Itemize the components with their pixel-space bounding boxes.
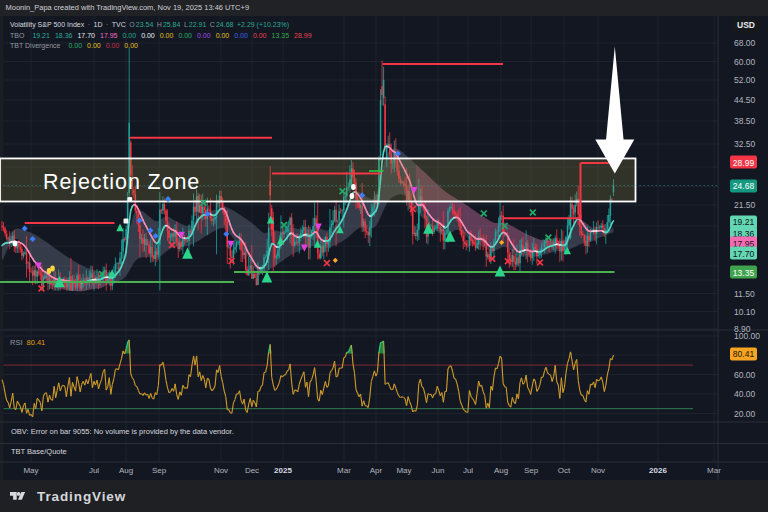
tradingview-wordmark: TradingView: [37, 489, 126, 504]
tbt-divergence-value-2: 0.00: [106, 42, 120, 49]
tbt-divergence-value-1: 0.00: [87, 42, 101, 49]
separator-dot: ·: [106, 21, 108, 28]
time-tick-Jul: Jul: [463, 466, 473, 475]
currency-toggle-button[interactable]: USD: [732, 18, 760, 33]
price-tick-11.50: 11.50: [718, 289, 762, 299]
tbo-value-6: 0.00: [160, 32, 174, 39]
price-axis[interactable]: 68.0060.0052.0044.5038.5032.5021.5011.50…: [718, 16, 768, 462]
tbo-value-7: 0.00: [178, 32, 192, 39]
price-tick-68.00: 68.00: [718, 38, 762, 48]
time-tick-Aug: Aug: [494, 466, 508, 475]
price-tick-32.50: 32.50: [718, 139, 762, 149]
price-tick-52.00: 52.00: [718, 75, 762, 85]
time-tick-Sep: Sep: [524, 466, 538, 475]
exchange: TVC: [112, 21, 126, 28]
price-badge-80.41: 80.41: [730, 347, 757, 360]
timeframe[interactable]: 1D: [94, 21, 103, 28]
time-tick-Mar: Mar: [707, 466, 721, 475]
time-tick-2026: 2026: [649, 466, 667, 475]
rejection-zone-label: Rejection Zone: [43, 170, 200, 195]
rsi-line: [169, 392, 171, 393]
rsi-label-text[interactable]: RSI: [10, 338, 23, 347]
tbo-value-1: 18.36: [55, 32, 73, 39]
tbo-indicator-row[interactable]: TBO 19.2118.3617.7017.950.000.000.000.00…: [10, 30, 317, 41]
symbol-legend-row[interactable]: Volatility S&P 500 Index · 1D · TVC O 23…: [10, 19, 317, 30]
rsi-line: [598, 380, 600, 381]
tbt-divergence-value-3: 0.00: [124, 42, 138, 49]
tbt-divergence-value-0: 0.00: [68, 42, 82, 49]
time-tick-2025: 2025: [274, 466, 292, 475]
marker-square: [124, 218, 129, 223]
tbo-value-5: 0.00: [141, 32, 155, 39]
price-tick-38.50: 38.50: [718, 116, 762, 126]
price-tick-44.50: 44.50: [718, 95, 762, 105]
tbo-value-11: 0.00: [253, 32, 267, 39]
separator-dot: ·: [88, 21, 90, 28]
rsi-line: [505, 387, 507, 388]
tbo-value-2: 17.70: [77, 32, 95, 39]
time-tick-Sep: Sep: [152, 466, 166, 475]
price-tick-60.00: 60.00: [718, 57, 762, 67]
marker-circle: [351, 184, 356, 190]
high-value: 25.84: [163, 21, 181, 28]
rsi-line: [402, 397, 404, 398]
time-tick-Aug: Aug: [119, 466, 133, 475]
marker-circle: [13, 241, 18, 247]
tradingview-chart-screenshot: Moonin_Papa created with TradingView.com…: [0, 0, 768, 512]
rsi-line: [336, 376, 338, 377]
rsi-line: [115, 369, 117, 370]
low-label: L: [184, 21, 188, 28]
marker-circle: [350, 193, 355, 199]
price-tick-40.00: 40.00: [718, 389, 762, 399]
tbo-value-0: 19.21: [32, 32, 50, 39]
price-tick-60.00: 60.00: [718, 370, 762, 380]
time-tick-Jul: Jul: [89, 466, 99, 475]
open-value: 23.54: [136, 21, 154, 28]
marker-square: [127, 197, 132, 202]
tbt-divergence-label[interactable]: TBT Divergence: [10, 42, 60, 49]
tbo-value-8: 0.00: [197, 32, 211, 39]
time-axis[interactable]: MayJulAugSepNovDec2025MarAprMayJunJulAug…: [0, 462, 768, 480]
price-tick-10.10: 10.10: [718, 307, 762, 317]
tradingview-logo-icon: [10, 492, 25, 501]
tbt-pane-label[interactable]: TBT Base/Quote: [11, 447, 67, 456]
rsi-line: [400, 397, 402, 398]
marker-circle: [50, 266, 55, 272]
time-tick-Nov: Nov: [214, 466, 228, 475]
price-badge-17.70: 17.70: [730, 247, 757, 260]
price-tick-100.00: 100.00: [718, 331, 762, 341]
open-label: O: [129, 21, 134, 28]
symbol-name[interactable]: Volatility S&P 500 Index: [10, 21, 84, 28]
rsi-legend-row[interactable]: RSI 80.41: [10, 337, 45, 348]
time-tick-Jun: Jun: [432, 466, 445, 475]
footer: TradingView: [0, 480, 768, 512]
tbo-value-4: 0.00: [123, 32, 137, 39]
price-tick-21.50: 21.50: [718, 200, 762, 210]
tbo-value-3: 17.95: [100, 32, 118, 39]
price-badge-13.35: 13.35: [730, 266, 757, 279]
close-value: 24.68: [216, 21, 234, 28]
tbo-value-9: 0.00: [216, 32, 230, 39]
change-value: +2.29 (+10.23%): [237, 21, 289, 28]
rsi-value: 80.41: [27, 338, 46, 347]
time-tick-May: May: [396, 466, 411, 475]
time-tick-Dec: Dec: [245, 466, 259, 475]
high-label: H: [157, 21, 162, 28]
price-badge-24.68: 24.68: [730, 179, 757, 192]
tbo-label[interactable]: TBO: [10, 32, 24, 39]
time-tick-Nov: Nov: [591, 466, 605, 475]
tbo-value-12: 13.35: [272, 32, 290, 39]
close-label: C: [210, 21, 215, 28]
rsi-line: [454, 378, 456, 379]
rsi-line: [549, 374, 551, 375]
obv-error-message[interactable]: OBV: Error on bar 9055: No volume is pro…: [11, 427, 234, 436]
price-tick-20.00: 20.00: [718, 409, 762, 419]
tbt-divergence-row[interactable]: TBT Divergence 0.000.000.000.00: [10, 41, 317, 52]
time-tick-Apr: Apr: [370, 466, 382, 475]
tbo-value-10: 0.00: [234, 32, 248, 39]
legend: Volatility S&P 500 Index · 1D · TVC O 23…: [10, 19, 317, 51]
time-tick-May: May: [23, 466, 38, 475]
price-badge-28.99: 28.99: [730, 156, 757, 169]
screenshot-attribution: Moonin_Papa created with TradingView.com…: [0, 0, 768, 16]
time-tick-Oct: Oct: [558, 466, 570, 475]
